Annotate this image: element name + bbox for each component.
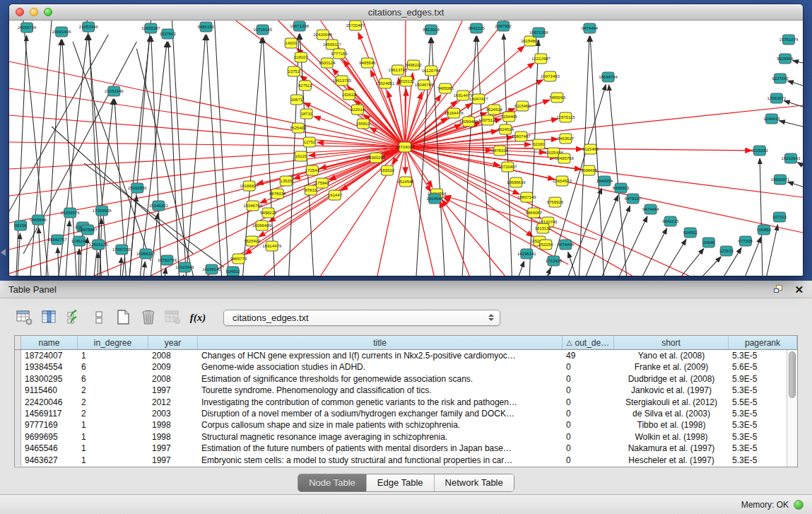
table-cell[interactable]: 19384554 [21, 361, 78, 373]
graph-node[interactable]: 7485063 [437, 83, 454, 93]
graph-node[interactable]: 22420046 [313, 30, 332, 40]
table-cell[interactable]: Embryonic stem cells: a model to study s… [198, 455, 563, 466]
graph-node[interactable]: 107313 [772, 212, 787, 222]
table-row[interactable]: 969969511998Structural magnetic resonanc… [15, 431, 797, 443]
table-cell[interactable]: 18300295 [21, 373, 78, 385]
graph-node[interactable]: 677308 [739, 236, 753, 246]
graph-node[interactable]: 13654923 [553, 176, 572, 186]
graph-node[interactable]: 8878334 [269, 189, 286, 199]
graph-node[interactable]: 16115 [295, 151, 307, 161]
table-cell[interactable]: 2009 [148, 361, 198, 373]
function-builder-icon[interactable]: f(x) [189, 308, 207, 327]
graph-node[interactable]: 252254 [539, 240, 553, 250]
table-selector-dropdown[interactable]: citations_edges.txt [223, 310, 500, 326]
graph-node[interactable]: 9115460 [582, 144, 599, 154]
graph-node[interactable]: 10807487 [512, 132, 531, 141]
graph-node[interactable]: 924502 [226, 267, 241, 276]
table-mode-icon[interactable] [16, 308, 34, 327]
graph-node[interactable]: 9842215 [468, 23, 485, 33]
graph-node[interactable]: 16210643 [782, 153, 801, 163]
graph-node[interactable]: 10655287 [141, 23, 160, 33]
table-cell[interactable]: 22420046 [21, 397, 78, 408]
graph-node[interactable]: 162622 [342, 90, 357, 100]
graph-node[interactable]: 39159 [15, 221, 28, 230]
graph-node[interactable]: 322014 [351, 105, 365, 115]
graph-node[interactable]: 123103 [719, 246, 734, 256]
graph-node[interactable]: 9115460 [514, 101, 531, 111]
table-cell[interactable]: 9463627 [21, 455, 78, 466]
graph-node[interactable]: 3624514 [486, 105, 503, 115]
graph-node[interactable]: 427512 [298, 81, 313, 90]
close-window-button[interactable] [16, 8, 24, 16]
graph-node[interactable]: 9474444 [558, 240, 575, 250]
table-cell[interactable]: Estimation of significance thresholds fo… [198, 373, 563, 385]
tab-node-table[interactable]: Node Table [298, 474, 366, 491]
graph-node[interactable]: 7625402 [244, 236, 261, 246]
tab-edge-table[interactable]: Edge Table [366, 474, 434, 491]
table-row[interactable]: 1456911722003Disruption of a novel membe… [15, 408, 797, 419]
minimize-window-button[interactable] [30, 8, 38, 16]
table-cell[interactable]: 1997 [148, 443, 198, 454]
graph-node[interactable]: 9463627 [558, 134, 575, 144]
show-columns-icon[interactable] [40, 308, 59, 327]
graph-node[interactable]: 13535 [280, 176, 293, 186]
graph-node[interactable]: 62160 [533, 139, 546, 149]
table-cell[interactable]: 1 [78, 350, 148, 361]
graph-node[interactable]: 9227343 [772, 74, 789, 83]
graph-node[interactable]: 1154469 [501, 112, 518, 122]
column-header-name[interactable]: name [21, 336, 78, 349]
graph-node[interactable]: 14200 [285, 38, 298, 48]
graph-node[interactable]: 9842215 [662, 216, 679, 226]
graph-node[interactable]: 12213987 [531, 54, 551, 64]
graph-node[interactable]: 1615132 [535, 223, 552, 233]
graph-node[interactable]: 16914479 [262, 241, 281, 251]
graph-node[interactable]: 18807249 [517, 192, 536, 202]
table-row[interactable]: 1872400712008Changes of HCN gene express… [15, 350, 797, 361]
table-cell[interactable]: Hescheler et al. (1997) [614, 455, 729, 466]
table-cell[interactable]: Investigating the contribution of common… [198, 397, 563, 408]
graph-node[interactable]: 5498222 [260, 208, 277, 218]
table-cell[interactable]: 49 [563, 350, 614, 361]
graph-node[interactable]: 15751074 [779, 35, 799, 45]
graph-node[interactable]: 1914545 [426, 194, 443, 204]
graph-node[interactable]: 9465546 [30, 215, 47, 225]
table-cell[interactable]: 14569117 [21, 408, 78, 419]
graph-node[interactable]: 172544 [305, 165, 320, 175]
table-cell[interactable]: 9777169 [21, 419, 78, 431]
table-cell[interactable]: 0 [563, 373, 614, 385]
tab-network-table[interactable]: Network Table [434, 474, 514, 491]
graph-node[interactable]: 24055724 [18, 23, 37, 33]
float-panel-icon[interactable] [774, 285, 784, 294]
graph-node[interactable]: 9474444 [582, 23, 599, 33]
table-cell[interactable]: 9465546 [21, 443, 78, 454]
table-cell[interactable]: 9115460 [21, 385, 78, 396]
graph-node[interactable]: 9465779 [230, 254, 247, 264]
table-cell[interactable]: 2 [78, 408, 148, 419]
table-cell[interactable]: Tourette syndrome. Phenomenology and cla… [198, 385, 563, 396]
table-cell[interactable]: 18724007 [21, 350, 78, 361]
graph-node[interactable]: 16671358 [290, 21, 309, 31]
table-cell[interactable]: 2012 [148, 397, 198, 408]
graph-node[interactable]: 15046766 [415, 80, 434, 90]
table-cell[interactable]: 0 [563, 385, 614, 396]
table-cell[interactable]: 1 [78, 443, 148, 454]
graph-node[interactable]: 10973493 [541, 71, 560, 81]
table-cell[interactable]: 0 [563, 408, 614, 419]
table-row[interactable]: 2242004622012Investigating the contribut… [15, 397, 797, 408]
graph-node[interactable]: 1244413 [763, 114, 780, 124]
scrollbar-thumb[interactable] [789, 351, 796, 398]
table-cell[interactable]: Corpus callosum shape and size in male p… [198, 419, 563, 431]
table-cell[interactable]: 1 [78, 419, 148, 431]
graph-node[interactable]: 9474444 [642, 204, 659, 214]
delete-table-icon[interactable] [164, 308, 182, 327]
graph-node[interactable]: 8813014 [423, 25, 440, 35]
table-cell[interactable]: Genome-wide association studies in ADHD. [198, 361, 563, 373]
network-view-canvas[interactable]: 1872400718300295193845541572040722420046… [9, 21, 803, 276]
table-cell[interactable]: Changes of HCN gene expression and I(f) … [198, 350, 563, 361]
graph-node[interactable]: 12093872 [767, 93, 787, 103]
graph-node[interactable]: 100853 [757, 225, 772, 235]
graph-node[interactable]: 10719145 [253, 25, 272, 35]
table-cell[interactable]: Tibbo et al. (1998) [614, 419, 729, 431]
table-cell[interactable]: 1998 [148, 419, 198, 431]
graph-node[interactable]: 21053346 [105, 86, 124, 96]
